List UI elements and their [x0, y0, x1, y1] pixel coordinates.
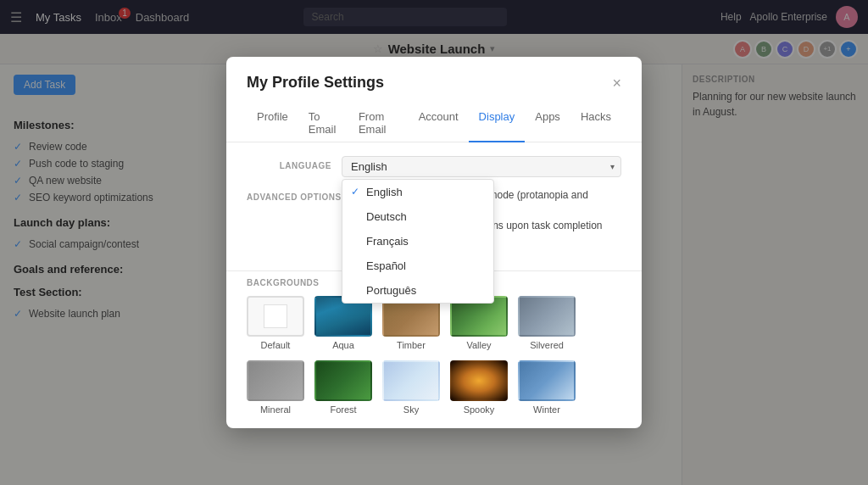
bg-name-sky: Sky	[403, 404, 419, 415]
bg-item-spooky[interactable]: Spooky	[450, 360, 508, 415]
bg-thumb-spooky	[450, 360, 508, 401]
bg-item-timber[interactable]: Timber	[382, 296, 440, 350]
modal-close-button[interactable]: ×	[612, 75, 621, 91]
language-option-francais[interactable]: Français	[342, 229, 493, 254]
bg-item-silvered[interactable]: Silvered	[518, 296, 576, 350]
bg-item-forest[interactable]: Forest	[314, 360, 372, 415]
tab-from-email[interactable]: From Email	[348, 105, 409, 142]
tab-apps[interactable]: Apps	[525, 105, 570, 142]
bg-name-winter: Winter	[533, 404, 560, 415]
bg-name-valley: Valley	[466, 340, 491, 350]
profile-settings-modal: My Profile Settings × Profile To Email F…	[226, 57, 642, 428]
tab-display[interactable]: Display	[469, 105, 526, 142]
tab-hacks[interactable]: Hacks	[570, 105, 621, 142]
language-option-espanol[interactable]: Español	[342, 254, 493, 278]
default-bg-square	[264, 304, 287, 328]
modal-title: My Profile Settings	[247, 74, 384, 92]
language-row: LANGUAGE English English Deutsch Françai…	[247, 156, 621, 177]
advanced-options-label: ADVANCED OPTIONS	[247, 189, 342, 238]
bg-name-spooky: Spooky	[464, 404, 495, 415]
language-option-portugues[interactable]: Português	[342, 278, 493, 303]
bg-item-mineral[interactable]: Mineral	[247, 360, 304, 415]
tab-profile[interactable]: Profile	[247, 105, 298, 142]
modal-header: My Profile Settings ×	[226, 57, 642, 92]
bg-thumb-silvered	[518, 296, 576, 337]
bg-thumb-sky	[382, 360, 440, 401]
language-dropdown-menu: English Deutsch Français Español Portugu…	[342, 179, 494, 304]
bg-item-sky[interactable]: Sky	[382, 360, 440, 415]
bg-name-aqua: Aqua	[332, 340, 354, 350]
modal-tabs: Profile To Email From Email Account Disp…	[226, 98, 642, 142]
language-label: LANGUAGE	[247, 156, 331, 170]
modal-overlay[interactable]: My Profile Settings × Profile To Email F…	[0, 0, 868, 485]
bg-item-aqua[interactable]: Aqua	[314, 296, 372, 350]
bg-name-silvered: Silvered	[530, 340, 564, 350]
bg-thumb-winter	[518, 360, 576, 401]
bg-name-mineral: Mineral	[260, 404, 291, 415]
language-dropdown-button[interactable]: English	[342, 156, 621, 177]
bg-item-default[interactable]: Default	[247, 296, 304, 350]
bg-name-default: Default	[261, 340, 291, 350]
tab-account[interactable]: Account	[409, 105, 469, 142]
language-control: English English Deutsch Français Español…	[342, 156, 621, 177]
bg-thumb-mineral	[247, 360, 304, 401]
bg-item-valley[interactable]: Valley	[450, 296, 508, 350]
backgrounds-grid: Default Aqua Timber Valley Silvered	[247, 296, 621, 415]
bg-thumb-forest	[314, 360, 372, 401]
language-option-english[interactable]: English	[342, 180, 493, 204]
language-selected-value: English	[351, 160, 387, 173]
bg-name-timber: Timber	[397, 340, 426, 350]
tab-to-email[interactable]: To Email	[298, 105, 348, 142]
bg-name-forest: Forest	[330, 404, 356, 415]
language-dropdown-wrapper: English English Deutsch Français Español…	[342, 156, 621, 177]
bg-thumb-default	[247, 296, 304, 337]
bg-item-winter[interactable]: Winter	[518, 360, 576, 415]
modal-body: LANGUAGE English English Deutsch Françai…	[226, 142, 642, 264]
language-option-deutsch[interactable]: Deutsch	[342, 204, 493, 229]
